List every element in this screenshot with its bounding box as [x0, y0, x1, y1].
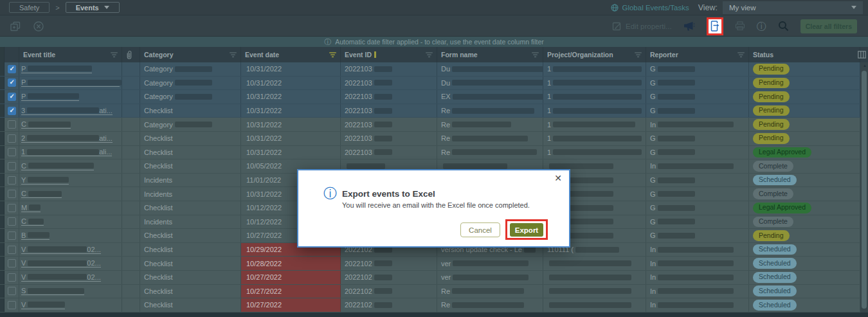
vertical-scrollbar-thumb[interactable] — [862, 71, 867, 309]
table-row[interactable]: PCategory10/31/20222022103EX1GPending — [0, 90, 860, 104]
row-checkbox[interactable] — [8, 176, 16, 185]
filter-icon[interactable] — [737, 52, 745, 58]
row-checkbox[interactable] — [8, 190, 16, 198]
event-title-link[interactable]: P — [21, 78, 120, 87]
horizontal-scrollbar[interactable] — [0, 312, 868, 317]
event-title-link[interactable]: 3ati... — [21, 107, 113, 115]
breadcrumb-events-label: Events — [76, 4, 99, 12]
column-header-reporter[interactable]: Reporter — [646, 47, 749, 62]
column-header-clip[interactable] — [122, 47, 140, 62]
event-title-link[interactable]: C — [21, 120, 71, 129]
column-header-event-title[interactable]: Event title — [19, 47, 122, 62]
frozen-edge — [0, 174, 5, 187]
row-checkbox[interactable] — [8, 217, 16, 226]
row-checkbox[interactable] — [8, 259, 16, 267]
row-checkbox[interactable] — [8, 246, 16, 254]
scroll-up-icon[interactable]: ▲ — [863, 64, 867, 68]
auto-filter-banner-text: Automatic date filter applied - to clear… — [335, 38, 544, 46]
table-row[interactable]: PCategory10/31/20222022103Du1GPending — [0, 62, 860, 77]
column-header-form-name[interactable]: Form name — [437, 47, 543, 62]
event-title-link[interactable]: M — [21, 204, 41, 212]
event-title-link[interactable]: 2ati... — [21, 134, 113, 143]
event-title-link[interactable]: V02... — [21, 273, 101, 282]
filter-icon[interactable] — [230, 52, 237, 58]
filter-icon[interactable] — [635, 52, 642, 58]
event-title-link[interactable]: B — [21, 231, 50, 240]
column-header-event-id[interactable]: Event ID — [341, 47, 437, 62]
column-header-status[interactable]: Status — [749, 47, 860, 62]
cell-category: Checklist — [140, 201, 241, 215]
row-checkbox[interactable] — [8, 162, 16, 170]
cell-event-date: 10/28/2022 — [241, 257, 341, 270]
announcement-megaphone-icon[interactable] — [683, 21, 695, 32]
row-checkbox[interactable] — [8, 231, 16, 240]
clear-all-filters-button[interactable]: Clear all filters — [800, 19, 857, 33]
row-checkbox[interactable] — [8, 65, 16, 73]
event-title-link[interactable]: V02... — [21, 259, 101, 267]
table-row[interactable]: V02...Checklist10/28/20222022102verInSch… — [0, 257, 860, 271]
export-button[interactable]: Export — [510, 223, 543, 237]
table-row[interactable]: V02...Checklist10/27/20222022102verInSch… — [0, 271, 860, 285]
redacted-text — [549, 163, 613, 169]
search-icon[interactable] — [778, 21, 789, 32]
info-icon[interactable]: ⓘ — [757, 21, 766, 31]
copy-events-icon[interactable] — [9, 20, 22, 33]
redacted-text — [575, 247, 619, 253]
event-title-link[interactable]: 1ali... — [21, 148, 112, 156]
close-icon[interactable]: ✕ — [554, 173, 562, 183]
filter-icon[interactable] — [111, 52, 118, 58]
redacted-text — [374, 260, 392, 266]
row-checkbox[interactable] — [8, 204, 16, 212]
table-row[interactable]: 3ati...Checklist10/31/20222022103Re1GPen… — [0, 104, 860, 118]
event-title-link[interactable]: C — [21, 190, 62, 198]
cell-checkbox — [5, 146, 19, 159]
table-row[interactable]: 2ati...Checklist10/31/20222022103Re1GPen… — [0, 132, 860, 146]
column-header-event-date[interactable]: Event date — [241, 47, 341, 62]
table-row[interactable]: CCategory10/31/20222022103Re1InPending — [0, 118, 860, 132]
event-title-link[interactable]: V02... — [21, 246, 101, 254]
event-title-link[interactable]: C — [21, 162, 94, 170]
breadcrumb-events-button[interactable]: Events — [66, 2, 120, 13]
row-checkbox[interactable] — [8, 78, 16, 87]
edit-properties-button[interactable]: Edit properti... — [612, 21, 672, 31]
event-title-link[interactable]: P — [21, 65, 92, 73]
row-checkbox[interactable] — [8, 107, 16, 115]
view-select[interactable]: My view — [723, 1, 863, 14]
filter-icon[interactable] — [532, 52, 539, 58]
column-header-label: Event date — [245, 51, 279, 59]
cell-reporter: In — [646, 257, 749, 270]
cancel-events-icon[interactable] — [32, 20, 45, 33]
event-title-link[interactable]: C — [21, 217, 44, 226]
cell-event-date: 10/27/2022 — [241, 271, 341, 284]
row-checkbox[interactable] — [8, 134, 16, 143]
redacted-text — [452, 288, 524, 294]
table-row[interactable]: PCategory10/31/20222022103Du1GPending — [0, 77, 860, 91]
breadcrumb-safety-button[interactable]: Safety — [9, 2, 50, 13]
column-header-project-organization[interactable]: Project/Organization — [543, 47, 646, 62]
event-title-link[interactable]: Y — [21, 176, 69, 185]
column-header-checkbox[interactable] — [5, 47, 19, 62]
cancel-button[interactable]: Cancel — [460, 222, 500, 237]
row-checkbox[interactable] — [8, 273, 16, 282]
redacted-text — [658, 136, 695, 141]
column-config-icon[interactable] — [858, 51, 866, 59]
table-row[interactable]: VChecklist10/27/20222022102ReInScheduled — [0, 298, 860, 312]
column-header-category[interactable]: Category — [140, 47, 241, 62]
event-title-link[interactable]: S — [21, 287, 84, 295]
global-events-tasks-link[interactable]: Global Events/Tasks — [611, 4, 689, 12]
filter-icon[interactable] — [329, 52, 336, 58]
filter-icon[interactable] — [426, 52, 433, 58]
print-icon[interactable] — [735, 21, 745, 31]
row-checkbox[interactable] — [8, 120, 16, 129]
table-row[interactable]: SChecklist10/27/20222022102ReInScheduled — [0, 285, 860, 299]
row-checkbox[interactable] — [8, 287, 16, 295]
event-title-link[interactable]: P — [21, 93, 79, 101]
row-checkbox[interactable] — [8, 148, 16, 156]
row-checkbox[interactable] — [8, 93, 16, 101]
cell-reporter: G — [646, 132, 749, 145]
row-checkbox[interactable] — [8, 301, 16, 309]
table-row[interactable]: 1ali...Checklist10/31/20222022103Re1GLeg… — [0, 146, 860, 160]
cell-attachment — [122, 77, 140, 90]
event-title-link[interactable]: V — [21, 301, 65, 309]
export-to-excel-icon[interactable] — [710, 21, 719, 32]
